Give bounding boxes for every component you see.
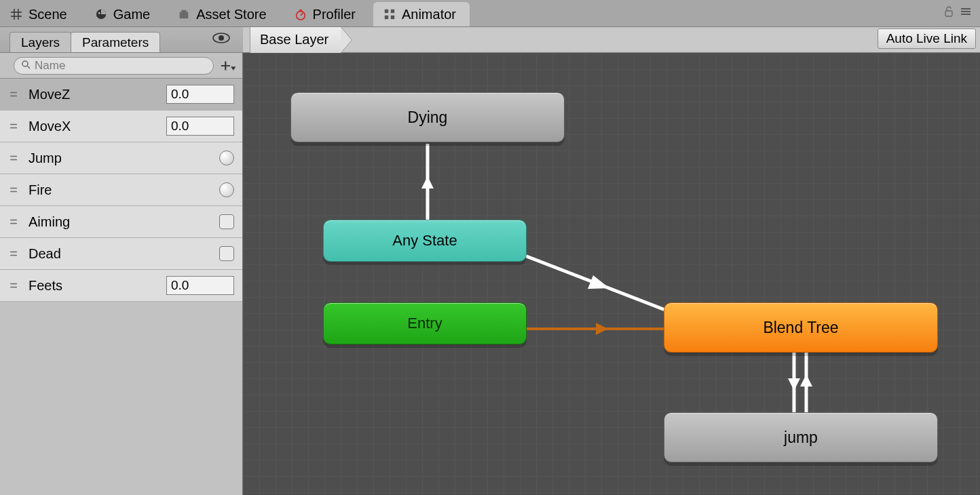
tab-scene-label: Scene: [29, 7, 67, 22]
scene-icon: [10, 7, 23, 21]
tab-profiler-label: Profiler: [313, 7, 356, 22]
svg-marker-26: [788, 378, 800, 391]
svg-rect-6: [299, 9, 302, 12]
animator-subbar: Layers Parameters Base Layer Auto Live L…: [0, 27, 980, 53]
subtab-layers-label: Layers: [21, 35, 60, 50]
parameter-row[interactable]: =MoveX: [0, 111, 242, 142]
state-node-blend-tree-label: Blend Tree: [763, 319, 838, 337]
search-icon: [21, 59, 31, 73]
svg-rect-11: [945, 11, 952, 16]
state-node-blend-tree[interactable]: Blend Tree: [664, 302, 938, 353]
svg-rect-12: [961, 8, 970, 9]
auto-live-link-label: Auto Live Link: [886, 31, 967, 46]
state-node-any-state-label: Any State: [392, 232, 457, 250]
parameter-name-label: Dead: [29, 246, 212, 262]
parameter-row[interactable]: =Jump: [0, 142, 242, 174]
parameter-trigger-indicator[interactable]: [219, 151, 234, 165]
tab-game-label: Game: [113, 7, 150, 22]
svg-rect-13: [961, 11, 970, 12]
svg-line-18: [27, 66, 30, 68]
svg-marker-22: [588, 275, 609, 289]
tab-asset-store-label: Asset Store: [196, 7, 266, 22]
svg-marker-20: [421, 176, 434, 189]
parameter-row[interactable]: =MoveZ: [0, 79, 242, 111]
parameter-float-input[interactable]: [166, 85, 234, 104]
parameter-bool-checkbox[interactable]: [219, 246, 234, 261]
svg-point-1: [98, 12, 100, 14]
parameter-row[interactable]: =Aiming: [0, 206, 242, 238]
parameter-name-label: Fire: [29, 182, 212, 198]
add-parameter-button[interactable]: [219, 58, 235, 74]
main-tab-bar: Scene Game Asset Store Profiler Animator: [0, 0, 980, 27]
drag-handle-icon[interactable]: =: [5, 246, 22, 262]
svg-rect-9: [385, 16, 388, 19]
parameter-trigger-indicator[interactable]: [219, 182, 234, 197]
state-node-dying[interactable]: Dying: [290, 92, 565, 142]
subtab-layers[interactable]: Layers: [10, 32, 71, 52]
state-node-entry[interactable]: Entry: [323, 302, 527, 344]
parameter-float-input[interactable]: [166, 117, 234, 136]
parameter-name-label: Aiming: [29, 214, 212, 230]
svg-point-16: [219, 35, 224, 41]
animator-icon: [383, 7, 396, 21]
parameter-list: =MoveZ=MoveX=Jump=Fire=Aiming=Dead=Feets: [0, 79, 242, 302]
subtab-parameters-label: Parameters: [82, 35, 149, 50]
svg-point-17: [22, 61, 28, 66]
parameter-name-label: Feets: [29, 278, 159, 294]
parameter-bool-checkbox[interactable]: [219, 214, 234, 229]
subtab-parameters[interactable]: Parameters: [71, 32, 160, 52]
parameter-name-label: MoveZ: [29, 87, 159, 102]
left-subtabs: Layers Parameters: [0, 27, 243, 52]
drag-handle-icon[interactable]: =: [5, 87, 22, 102]
svg-rect-14: [961, 14, 970, 15]
state-node-dying-label: Dying: [408, 108, 448, 127]
parameter-search-row: Name: [0, 53, 242, 79]
svg-rect-3: [182, 10, 187, 13]
game-icon: [94, 7, 108, 21]
parameter-row[interactable]: =Dead: [0, 238, 242, 270]
svg-rect-2: [180, 12, 189, 18]
parameter-float-input[interactable]: [166, 276, 234, 295]
svg-line-5: [301, 13, 303, 16]
animator-graph[interactable]: Dying Any State Entry Blend Tree jump: [243, 53, 980, 495]
breadcrumb-base-layer-label: Base Layer: [260, 32, 328, 47]
tab-asset-store[interactable]: Asset Store: [168, 2, 280, 26]
svg-rect-8: [391, 9, 394, 13]
parameter-search-input[interactable]: Name: [14, 57, 214, 75]
lock-icon[interactable]: [943, 5, 954, 20]
parameters-sidebar: Name =MoveZ=MoveX=Jump=Fire=Aiming=Dead=…: [0, 53, 243, 495]
auto-live-link-button[interactable]: Auto Live Link: [878, 28, 976, 49]
tab-profiler[interactable]: Profiler: [284, 2, 369, 26]
svg-rect-10: [391, 16, 394, 19]
drag-handle-icon[interactable]: =: [5, 182, 22, 198]
drag-handle-icon[interactable]: =: [5, 214, 22, 230]
parameter-name-label: MoveX: [29, 119, 159, 134]
drag-handle-icon[interactable]: =: [5, 278, 22, 294]
state-node-jump-label: jump: [784, 429, 818, 447]
svg-marker-24: [596, 323, 608, 335]
tab-menu-icon[interactable]: [961, 7, 970, 19]
asset-store-icon: [177, 7, 191, 21]
drag-handle-icon[interactable]: =: [5, 151, 22, 166]
state-node-any-state[interactable]: Any State: [323, 220, 527, 262]
parameter-row[interactable]: =Fire: [0, 174, 242, 206]
svg-line-21: [509, 250, 677, 315]
state-node-entry-label: Entry: [407, 315, 442, 332]
parameter-row[interactable]: =Feets: [0, 270, 242, 302]
breadcrumb-base-layer[interactable]: Base Layer: [250, 27, 341, 53]
drag-handle-icon[interactable]: =: [5, 119, 22, 134]
tab-bar-right: [943, 0, 980, 26]
tab-scene[interactable]: Scene: [0, 2, 81, 26]
parameter-search-placeholder: Name: [35, 59, 65, 73]
breadcrumb: Base Layer Auto Live Link: [243, 27, 980, 52]
parameter-name-label: Jump: [29, 151, 212, 166]
svg-rect-7: [385, 9, 388, 13]
state-node-jump[interactable]: jump: [664, 412, 938, 462]
tab-animator-label: Animator: [402, 7, 456, 22]
svg-marker-28: [800, 374, 812, 387]
tab-animator[interactable]: Animator: [373, 2, 470, 26]
profiler-icon: [294, 7, 307, 21]
tab-game[interactable]: Game: [85, 2, 164, 26]
visibility-toggle-icon[interactable]: [212, 31, 231, 47]
